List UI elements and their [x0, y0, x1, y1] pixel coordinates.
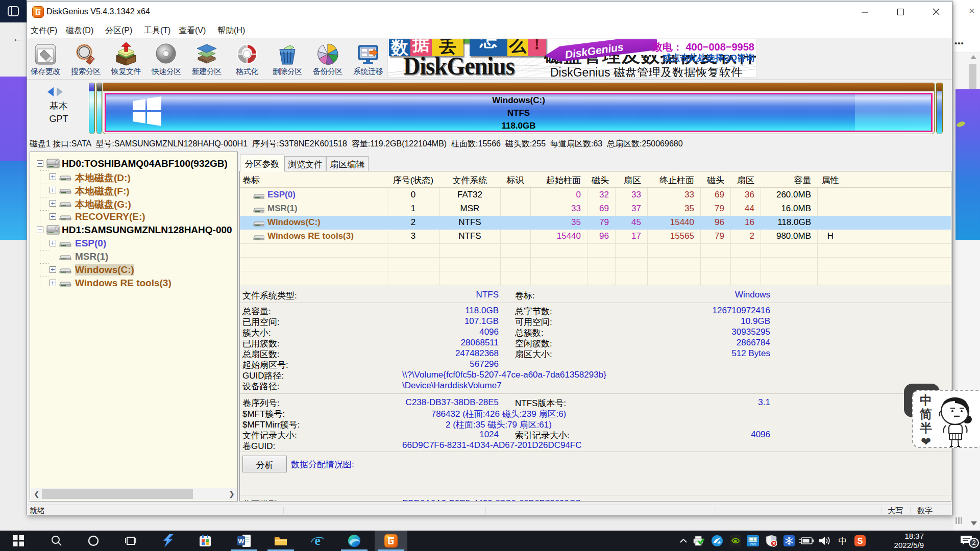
- toolbar-button-3[interactable]: 快速分区: [149, 42, 184, 79]
- partition-bar-esp[interactable]: [89, 83, 95, 134]
- tree-item-0[interactable]: HD0:TOSHIBAMQ04ABF100(932GB): [30, 157, 237, 170]
- scroll-left-icon[interactable]: ❮: [34, 490, 40, 498]
- taskbar-start-button[interactable]: [6, 531, 31, 551]
- tree-item-3[interactable]: 本地磁盘(G:): [30, 197, 237, 210]
- table-row-0[interactable]: ESP(0)0FAT3203233336936260.0MB: [240, 188, 951, 202]
- taskbar-taskview-button[interactable]: [118, 531, 143, 551]
- disk-nav-next-icon[interactable]: [57, 87, 63, 96]
- tab-2[interactable]: 扇区编辑: [326, 156, 369, 171]
- disk-nav-prev-icon[interactable]: [47, 87, 54, 96]
- column-header[interactable]: 标识: [500, 174, 530, 186]
- taskbar-calendar-button[interactable]: [193, 531, 217, 551]
- table-row-2[interactable]: Windows(C:)2NTFS357945154409616118.0GB: [240, 216, 951, 230]
- toolbar-button-0[interactable]: 保存更改: [28, 42, 63, 79]
- partition-bar-re-tools[interactable]: [936, 83, 943, 134]
- column-header[interactable]: 文件系统: [439, 174, 500, 186]
- tray-ime-button[interactable]: 中: [834, 531, 851, 551]
- tree-expander-minus-icon[interactable]: [37, 227, 43, 233]
- column-header[interactable]: 属性: [817, 174, 844, 186]
- scrollbar-down-icon[interactable]: [971, 521, 977, 525]
- scrollbar-thumb[interactable]: [969, 64, 976, 91]
- column-header[interactable]: 终止柱面: [647, 174, 694, 186]
- column-header[interactable]: 序号(状态): [387, 174, 439, 186]
- tray-security-button[interactable]: [763, 531, 780, 551]
- tray-volume-button[interactable]: [816, 531, 834, 551]
- column-header[interactable]: 卷标: [242, 174, 260, 186]
- toolbar-button-7[interactable]: 备份分区: [310, 42, 346, 79]
- tray-nvidia-button[interactable]: [727, 531, 744, 551]
- table-row-3[interactable]: Windows RE tools(3)3NTFS1544096171556579…: [240, 230, 951, 243]
- toolbar-button-8[interactable]: 系统迁移: [350, 42, 386, 79]
- scroll-right-icon[interactable]: ❯: [229, 490, 235, 498]
- taskbar-search-button[interactable]: [44, 531, 69, 551]
- scrollbar-up-icon[interactable]: [970, 55, 976, 59]
- tree-item-6[interactable]: ESP(0): [30, 237, 237, 250]
- tab-1[interactable]: 浏览文件: [284, 156, 326, 171]
- menu-item-3[interactable]: 工具(T): [144, 26, 170, 36]
- back-arrow-icon[interactable]: ←: [12, 32, 23, 45]
- toolbar-button-6[interactable]: 删除分区: [270, 42, 305, 79]
- menu-item-1[interactable]: 磁盘(D): [66, 26, 93, 36]
- menu-item-0[interactable]: 文件(F): [31, 26, 57, 36]
- taskbar-edge-button[interactable]: [338, 531, 371, 551]
- background-close-icon[interactable]: ×: [969, 5, 975, 17]
- toolbar-button-2[interactable]: 恢复文件: [108, 42, 144, 79]
- toolbar-button-1[interactable]: 搜索分区: [68, 42, 104, 79]
- tree-item-4[interactable]: RECOVERY(E:): [30, 210, 237, 223]
- chat-image-thumbnail[interactable]: [955, 89, 980, 240]
- tab-0[interactable]: 分区参数: [240, 155, 284, 172]
- analyze-button[interactable]: 分析: [242, 456, 287, 472]
- toolbar-button-5[interactable]: 格式化: [229, 42, 265, 79]
- maximize-button[interactable]: [886, 2, 915, 22]
- tree-item-7[interactable]: MSR(1): [30, 250, 237, 263]
- menu-item-5[interactable]: 帮助(H): [217, 26, 245, 36]
- table-row-1[interactable]: MSR(1)1MSR33693735794416.0MB: [240, 202, 951, 216]
- tray-expand-button[interactable]: [675, 531, 692, 551]
- close-button[interactable]: [921, 2, 951, 22]
- banner-qq-link[interactable]: 或点击此处选择QQ咨询: [633, 52, 754, 64]
- sticker-card[interactable]: 中 简 半 ❤: [912, 390, 980, 448]
- column-header[interactable]: 扇区: [730, 174, 754, 186]
- taskbar-diskgenius-button[interactable]: [375, 531, 407, 551]
- notification-center-button[interactable]: 2: [952, 531, 980, 551]
- column-header[interactable]: 磁头: [587, 174, 609, 186]
- tree-item-2[interactable]: 本地磁盘(F:): [30, 184, 237, 197]
- tray-snowflake-button[interactable]: [780, 531, 798, 551]
- tray-sogou-button[interactable]: S: [851, 531, 869, 551]
- tray-intel-button[interactable]: intel: [744, 531, 762, 551]
- column-header[interactable]: 容量: [761, 174, 811, 186]
- taskbar-word-button[interactable]: W: [228, 531, 260, 551]
- column-header[interactable]: 扇区: [615, 174, 641, 186]
- tray-xunlei-button[interactable]: [708, 531, 726, 551]
- menu-item-4[interactable]: 查看(V): [179, 26, 206, 36]
- menu-item-2[interactable]: 分区(P): [105, 26, 132, 36]
- background-more-icon[interactable]: •••: [954, 39, 964, 47]
- taskbar-explorer-button[interactable]: [264, 531, 297, 551]
- partition-bar-msr[interactable]: [96, 83, 102, 134]
- toolbar-button-4[interactable]: 新建分区: [189, 42, 225, 79]
- tray-printer-button[interactable]: [690, 531, 707, 551]
- tree-expander-plus-icon[interactable]: [50, 280, 56, 286]
- tree-expander-plus-icon[interactable]: [50, 173, 56, 180]
- taskbar-ie-button[interactable]: e: [301, 531, 334, 551]
- ad-banner[interactable]: 数 据 丢 怎 么 ！ DiskGenius 磁盘管理及数据恢复软件 DiskG…: [387, 39, 756, 78]
- tree-scrollbar-thumb[interactable]: [42, 489, 193, 499]
- partition-bar-windows-c[interactable]: Windows(C:)NTFS118.0GB: [103, 83, 935, 134]
- tree-item-1[interactable]: 本地磁盘(D:): [30, 170, 237, 184]
- column-header[interactable]: 起始柱面: [530, 174, 581, 186]
- tray-battery-button[interactable]: [798, 531, 815, 551]
- taskbar-clock[interactable]: 18:372022/5/9: [880, 532, 924, 550]
- tree-item-8[interactable]: Windows(C:): [30, 263, 237, 277]
- tree-expander-minus-icon[interactable]: [37, 160, 43, 167]
- taskbar-snip-button[interactable]: [156, 531, 180, 551]
- tree-item-5[interactable]: HD1:SAMSUNGMZNLN128HAHQ-000: [30, 223, 237, 237]
- tree-expander-plus-icon[interactable]: [50, 213, 56, 220]
- tree-expander-plus-icon[interactable]: [50, 200, 56, 207]
- tree-expander-plus-icon[interactable]: [50, 240, 56, 246]
- column-header[interactable]: 磁头: [700, 174, 724, 186]
- taskbar-cortana-button[interactable]: [81, 531, 106, 551]
- tree-item-9[interactable]: Windows RE tools(3): [30, 277, 237, 290]
- tree-horizontal-scrollbar[interactable]: ❮❯: [31, 488, 237, 500]
- tree-expander-plus-icon[interactable]: [50, 266, 56, 273]
- minimize-button[interactable]: [850, 2, 879, 22]
